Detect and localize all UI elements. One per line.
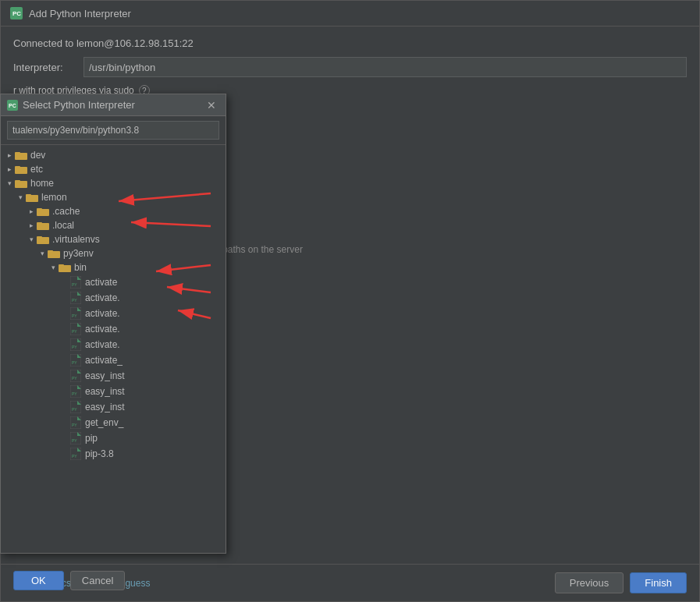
svg-rect-21 <box>59 264 64 267</box>
select-pycharm-icon: PC <box>7 100 18 111</box>
svg-rect-17 <box>37 236 42 239</box>
svg-rect-5 <box>15 152 20 154</box>
tree-label-home: home <box>30 178 54 189</box>
svg-rect-9 <box>15 180 20 182</box>
folder-icon-local <box>37 221 49 230</box>
tree-label-activate1: activate <box>85 277 117 288</box>
tree-item-easy_inst2[interactable]: PY easy_inst <box>1 384 226 399</box>
folder-icon-py3env <box>48 249 60 258</box>
file-icon-activate6: PY <box>69 354 82 367</box>
select-path-bar <box>1 116 226 145</box>
svg-rect-11 <box>26 194 31 197</box>
select-python-dialog: PC Select Python Interpreter ✕ ▸ dev▸ et… <box>0 94 226 554</box>
tree-item-easy_inst3[interactable]: PY easy_inst <box>1 399 226 415</box>
folder-icon-etc <box>15 165 27 174</box>
svg-rect-19 <box>48 250 53 253</box>
folder-icon-home <box>15 179 27 188</box>
svg-text:PC: PC <box>12 10 21 17</box>
cancel-button[interactable]: Cancel <box>70 571 125 590</box>
main-dialog-titlebar: PC Add Python Interpreter <box>1 1 699 27</box>
finish-button[interactable]: Finish <box>630 572 687 593</box>
tree-arrow-bin[interactable]: ▾ <box>48 262 59 273</box>
tree-arrow-cache[interactable]: ▸ <box>26 206 37 217</box>
tree-label-pip38: pip-3.8 <box>85 448 114 459</box>
file-icon-easy_inst1: PY <box>69 370 82 382</box>
file-icon-pip38: PY <box>69 448 82 460</box>
tree-arrow-dev[interactable]: ▸ <box>4 150 15 161</box>
tree-item-etc[interactable]: ▸ etc <box>1 162 226 176</box>
file-icon-pip: PY <box>69 432 82 444</box>
tree-item-activate2[interactable]: PY activate. <box>1 290 226 306</box>
ok-cancel-area: OK Cancel <box>13 571 125 590</box>
tree-item-activate5[interactable]: PY activate. <box>1 337 226 352</box>
interpreter-input[interactable] <box>84 57 687 77</box>
tree-item-home[interactable]: ▾ home <box>1 176 226 190</box>
tree-arrow-py3env[interactable]: ▾ <box>37 248 48 259</box>
select-dialog-close[interactable]: ✕ <box>204 100 219 111</box>
tree-item-pip38[interactable]: PY pip-3.8 <box>1 446 226 462</box>
select-dialog-title: Select Python Interpreter <box>23 99 135 111</box>
tree-label-activate3: activate. <box>85 308 120 319</box>
svg-text:PY: PY <box>72 376 77 381</box>
tree-label-easy_inst2: easy_inst <box>85 386 125 397</box>
folder-icon-cache <box>37 207 49 216</box>
tree-item-py3env[interactable]: ▾ py3env <box>1 246 226 260</box>
file-icon-activate3: PY <box>69 307 82 320</box>
svg-text:PY: PY <box>72 282 77 287</box>
file-icon-activate5: PY <box>69 338 82 351</box>
file-icon-easy_inst2: PY <box>69 385 82 398</box>
tree-arrow-etc[interactable]: ▸ <box>4 164 15 175</box>
tree-label-lemon: lemon <box>41 192 67 203</box>
svg-text:PC: PC <box>9 103 16 108</box>
tree-arrow-home[interactable]: ▾ <box>4 178 15 189</box>
tree-arrow-virtualenvs[interactable]: ▾ <box>26 234 37 245</box>
tree-label-etc: etc <box>30 164 43 175</box>
tree-item-local[interactable]: ▸ .local <box>1 218 226 232</box>
tree-item-lemon[interactable]: ▾ lemon <box>1 190 226 204</box>
previous-button[interactable]: Previous <box>555 572 624 593</box>
tree-item-activate4[interactable]: PY activate. <box>1 321 226 337</box>
tree-label-activate5: activate. <box>85 339 120 350</box>
tree-item-activate3[interactable]: PY activate. <box>1 306 226 321</box>
tree-item-pip[interactable]: PY pip <box>1 430 226 446</box>
tree-label-get_env: get_env_ <box>85 417 123 428</box>
tree-item-dev[interactable]: ▸ dev <box>1 148 226 162</box>
tree-arrow-lemon[interactable]: ▾ <box>15 192 26 203</box>
select-path-input[interactable] <box>7 121 219 140</box>
tree-item-bin[interactable]: ▾ bin <box>1 260 226 274</box>
svg-text:PY: PY <box>72 298 77 303</box>
tree-item-get_env[interactable]: PY get_env_ <box>1 415 226 430</box>
folder-icon-virtualenvs <box>37 235 49 244</box>
tree-item-activate6[interactable]: PY activate_ <box>1 352 226 368</box>
file-tree[interactable]: ▸ dev▸ etc▾ home▾ lemon▸ .cache▸ .local▾… <box>1 145 226 527</box>
tree-label-cache: .cache <box>52 206 80 217</box>
tree-label-activate6: activate_ <box>85 355 123 366</box>
tree-label-easy_inst1: easy_inst <box>85 370 125 381</box>
svg-text:PY: PY <box>72 345 77 349</box>
tree-label-bin: bin <box>74 262 87 273</box>
svg-text:PY: PY <box>72 438 77 443</box>
file-icon-activate2: PY <box>69 292 82 304</box>
svg-rect-13 <box>37 208 42 211</box>
file-icon-get_env: PY <box>69 416 82 429</box>
select-dialog-title-left: PC Select Python Interpreter <box>7 99 135 111</box>
svg-text:PY: PY <box>72 360 77 365</box>
svg-rect-7 <box>15 166 20 168</box>
tree-item-easy_inst1[interactable]: PY easy_inst <box>1 368 226 384</box>
tree-label-activate4: activate. <box>85 324 120 335</box>
tree-label-easy_inst3: easy_inst <box>85 402 125 413</box>
tree-label-pip: pip <box>85 433 98 444</box>
tree-arrow-local[interactable]: ▸ <box>26 220 37 231</box>
svg-rect-15 <box>37 222 42 225</box>
svg-text:PY: PY <box>72 454 77 459</box>
tree-item-virtualenvs[interactable]: ▾ .virtualenvs <box>1 232 226 246</box>
ok-button[interactable]: OK <box>13 571 64 590</box>
tree-label-virtualenvs: .virtualenvs <box>52 234 100 245</box>
svg-text:PY: PY <box>72 407 77 412</box>
pycharm-icon: PC <box>10 7 23 19</box>
tree-item-cache[interactable]: ▸ .cache <box>1 204 226 218</box>
tree-item-activate1[interactable]: PY activate <box>1 274 226 290</box>
file-icon-activate1: PY <box>69 276 82 289</box>
tree-label-dev: dev <box>30 150 45 161</box>
svg-text:PY: PY <box>72 423 77 427</box>
